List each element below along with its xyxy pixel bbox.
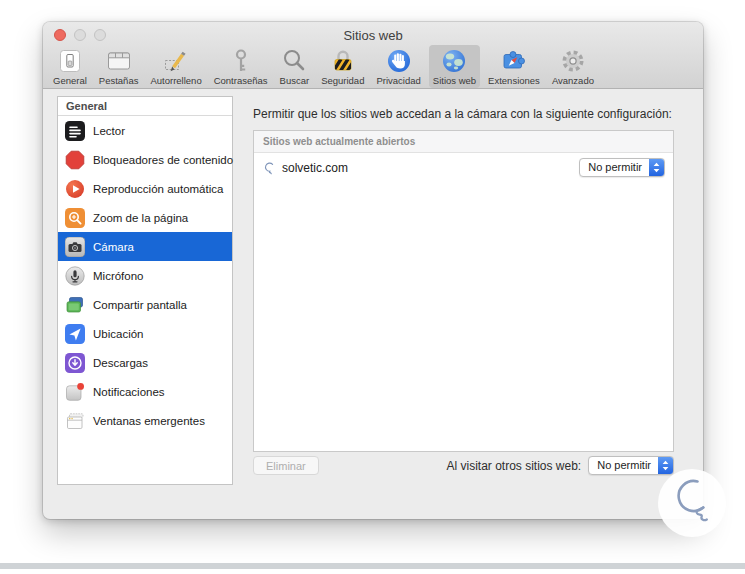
- sidebar-item-microfono[interactable]: Micrófono: [58, 261, 232, 290]
- sidebar-item-compartir-pantalla[interactable]: Compartir pantalla: [58, 290, 232, 319]
- toolbar-tab-label: Seguridad: [321, 75, 364, 86]
- camera-icon: [65, 237, 85, 257]
- toolbar-tab-label: Contraseñas: [214, 75, 268, 86]
- sidebar-item-label: Zoom de la página: [93, 212, 188, 224]
- sidebar-item-ventanas-emergentes[interactable]: Ventanas emergentes: [58, 406, 232, 435]
- window-chrome: Sitios web General: [43, 22, 703, 89]
- sidebar-item-label: Compartir pantalla: [93, 299, 187, 311]
- downloads-icon: [65, 353, 85, 373]
- magnifier-icon: [281, 48, 307, 74]
- sidebar-item-label: Micrófono: [93, 270, 144, 282]
- site-favicon-bulb-icon: [262, 161, 276, 175]
- page-zoom-icon: [65, 208, 85, 228]
- toolbar-tab-buscar[interactable]: Buscar: [276, 45, 314, 88]
- sidebar-item-camara[interactable]: Cámara: [58, 232, 232, 261]
- hand-icon: [386, 48, 412, 74]
- toolbar-tab-label: Buscar: [280, 75, 310, 86]
- toolbar-tab-label: Sitios web: [433, 75, 476, 86]
- microphone-icon: [65, 266, 85, 286]
- table-header: Sitios web actualmente abiertos: [254, 131, 673, 153]
- reader-icon: [65, 121, 85, 141]
- sidebar-item-label: Ventanas emergentes: [93, 415, 205, 427]
- site-permission-select[interactable]: No permitir: [579, 158, 665, 177]
- toolbar-tab-seguridad[interactable]: Seguridad: [317, 45, 368, 88]
- sidebar-item-label: Lector: [93, 125, 125, 137]
- sidebar-item-bloqueadores[interactable]: Bloqueadores de contenido: [58, 145, 232, 174]
- sidebar-item-notificaciones[interactable]: Notificaciones: [58, 377, 232, 406]
- toolbar-tab-label: Pestañas: [99, 75, 139, 86]
- toolbar-tab-avanzado[interactable]: Avanzado: [548, 45, 598, 88]
- popup-windows-icon: [65, 411, 85, 431]
- sidebar-header: General: [58, 97, 232, 116]
- select-value: No permitir: [580, 159, 649, 176]
- toolbar-tab-pestanas[interactable]: Pestañas: [95, 45, 143, 88]
- toolbar-tab-label: Avanzado: [552, 75, 594, 86]
- toolbar-tab-extensiones[interactable]: Extensiones: [484, 45, 544, 88]
- puzzle-icon: [501, 48, 527, 74]
- toolbar-tab-label: Autorrelleno: [150, 75, 201, 86]
- sidebar-item-label: Bloqueadores de contenido: [93, 154, 233, 166]
- stop-octagon-icon: [65, 150, 85, 170]
- toolbar-tab-sitios-web[interactable]: Sitios web: [429, 45, 480, 88]
- key-icon: [228, 48, 254, 74]
- lock-icon: [330, 48, 356, 74]
- screenshot-canvas: Sitios web General: [0, 0, 745, 574]
- sidebar-item-label: Reproducción automática: [93, 183, 223, 195]
- toolbar-tab-label: General: [53, 75, 87, 86]
- sidebar-item-label: Ubicación: [93, 328, 144, 340]
- titlebar: Sitios web: [43, 22, 703, 44]
- toolbar-tab-contrasenas[interactable]: Contraseñas: [210, 45, 272, 88]
- safari-preferences-window: Sitios web General: [43, 22, 703, 519]
- sidebar-item-lector[interactable]: Lector: [58, 116, 232, 145]
- sidebar-item-descargas[interactable]: Descargas: [58, 348, 232, 377]
- footer-controls: Eliminar Al visitar otros sitios web: No…: [253, 456, 674, 475]
- preferences-toolbar: General Pestañas: [49, 45, 598, 88]
- other-sites-label: Al visitar otros sitios web:: [446, 459, 581, 473]
- sidebar-item-ubicacion[interactable]: Ubicación: [58, 319, 232, 348]
- site-name: solvetic.com: [282, 161, 573, 175]
- toolbar-tab-label: Privacidad: [376, 75, 420, 86]
- toolbar-tab-autorrelleno[interactable]: Autorrelleno: [146, 45, 205, 88]
- screen-share-icon: [65, 295, 85, 315]
- select-stepper-icon: [649, 159, 664, 176]
- toolbar-tab-privacidad[interactable]: Privacidad: [372, 45, 424, 88]
- sidebar-item-label: Cámara: [93, 241, 134, 253]
- sidebar-item-label: Descargas: [93, 357, 148, 369]
- globe-icon: [441, 48, 467, 74]
- sidebar-items: Lector Bloqueadores de contenido: [58, 116, 232, 435]
- pencil-icon: [163, 48, 189, 74]
- play-circle-icon: [65, 179, 85, 199]
- location-icon: [65, 324, 85, 344]
- toolbar-tab-general[interactable]: General: [49, 45, 91, 88]
- table-row[interactable]: solvetic.com No permitir: [254, 153, 673, 182]
- other-sites-control: Al visitar otros sitios web: No permitir: [446, 456, 674, 475]
- sidebar-item-reproduccion[interactable]: Reproducción automática: [58, 174, 232, 203]
- window-title: Sitios web: [43, 28, 703, 43]
- notifications-icon: [65, 382, 85, 402]
- permission-heading: Permitir que los sitios web accedan a la…: [253, 107, 683, 121]
- websites-table: Sitios web actualmente abiertos solvetic…: [253, 130, 674, 452]
- switch-icon: [57, 48, 83, 74]
- gear-icon: [560, 48, 586, 74]
- tabs-icon: [106, 48, 132, 74]
- sidebar-item-label: Notificaciones: [93, 386, 165, 398]
- sidebar-item-zoom-pagina[interactable]: Zoom de la página: [58, 203, 232, 232]
- toolbar-tab-label: Extensiones: [488, 75, 540, 86]
- solvetic-bulb-watermark: [655, 466, 729, 540]
- delete-button[interactable]: Eliminar: [253, 456, 319, 475]
- select-value: No permitir: [589, 457, 658, 474]
- sidebar: General Lector: [57, 96, 233, 485]
- bottom-band: [0, 563, 745, 569]
